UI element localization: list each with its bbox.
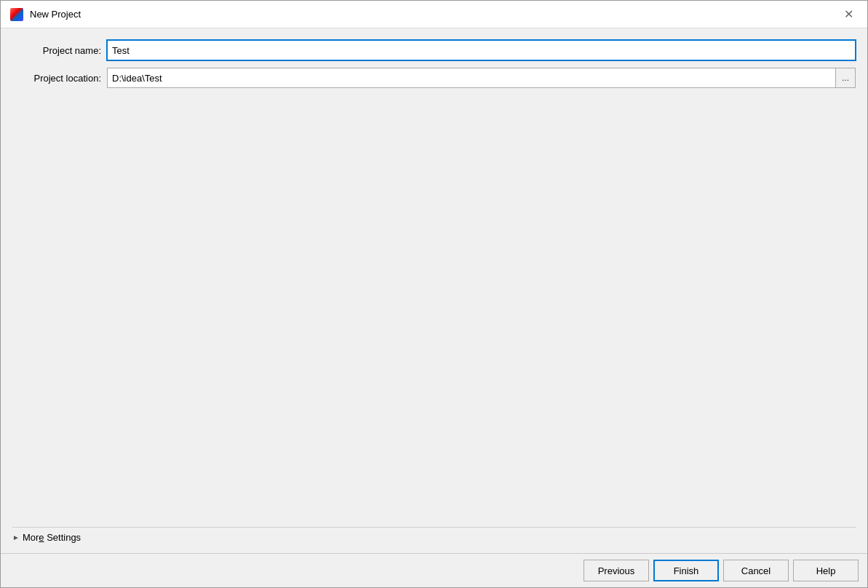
new-project-dialog: New Project ✕ Project name: Project loca… xyxy=(0,0,868,588)
cancel-label: Cancel xyxy=(741,565,771,576)
project-name-label: Project name: xyxy=(12,45,107,56)
title-bar: New Project ✕ xyxy=(1,1,867,28)
title-bar-left: New Project xyxy=(9,7,81,22)
previous-label: Previous xyxy=(598,565,635,576)
browse-button[interactable]: ... xyxy=(835,68,856,88)
dialog-title: New Project xyxy=(30,9,81,20)
close-button[interactable]: ✕ xyxy=(838,4,859,25)
project-location-input[interactable] xyxy=(107,68,835,88)
intellij-logo-icon xyxy=(10,8,23,21)
dialog-content: Project name: Project location: ... ► Mo… xyxy=(1,28,867,553)
project-location-label: Project location: xyxy=(12,73,107,84)
content-spacer xyxy=(12,95,856,527)
more-settings-section[interactable]: ► More Settings xyxy=(12,527,856,547)
project-location-row: Project location: ... xyxy=(12,68,856,88)
help-label: Help xyxy=(816,565,836,576)
app-icon xyxy=(9,7,24,22)
project-name-input[interactable] xyxy=(107,40,856,60)
more-settings-text-suffix: Settings xyxy=(44,532,81,543)
finish-label: Finish xyxy=(674,565,699,576)
project-name-row: Project name: xyxy=(12,40,856,60)
more-settings-text-prefix: Mor xyxy=(23,532,39,543)
more-settings-underline-e: e xyxy=(39,532,44,543)
more-settings-label: More Settings xyxy=(23,532,81,543)
previous-button[interactable]: Previous xyxy=(584,560,649,581)
dialog-footer: Previous Finish Cancel Help xyxy=(1,553,867,587)
more-settings-arrow-icon: ► xyxy=(12,533,20,541)
finish-button[interactable]: Finish xyxy=(653,560,719,581)
cancel-button[interactable]: Cancel xyxy=(723,560,789,581)
help-button[interactable]: Help xyxy=(793,560,859,581)
location-input-wrapper: ... xyxy=(107,68,856,88)
